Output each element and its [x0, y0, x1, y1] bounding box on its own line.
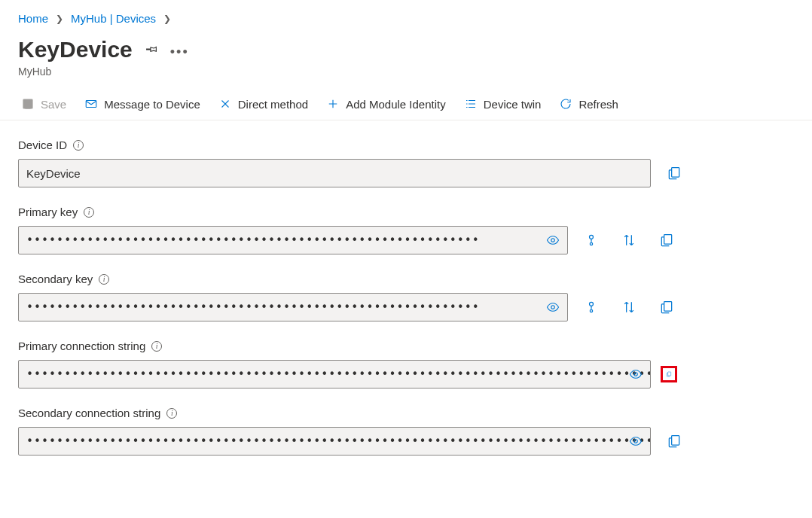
svg-point-10 [590, 309, 592, 312]
device-id-label: Device ID [18, 139, 67, 151]
svg-rect-13 [668, 372, 671, 376]
svg-rect-15 [672, 436, 679, 446]
svg-point-12 [634, 373, 638, 376]
regenerate-icon[interactable] [583, 232, 600, 248]
breadcrumb-hub[interactable]: MyHub | Devices [71, 12, 156, 25]
chevron-right-icon: ❯ [163, 14, 171, 24]
copy-icon[interactable] [666, 165, 682, 181]
svg-rect-3 [672, 168, 679, 178]
secondary-conn-input[interactable]: ••••••••••••••••••••••••••••••••••••••••… [18, 427, 651, 456]
regenerate-icon[interactable] [583, 299, 600, 315]
save-label: Save [41, 98, 66, 111]
page-subtitle: MyHub [0, 62, 812, 90]
primary-conn-label: Primary connection string [18, 340, 145, 352]
svg-point-6 [590, 242, 592, 245]
show-icon[interactable] [542, 230, 563, 251]
svg-point-9 [590, 302, 594, 306]
breadcrumb-home[interactable]: Home [18, 12, 48, 25]
swap-icon[interactable] [621, 299, 637, 315]
breadcrumb: Home ❯ MyHub | Devices ❯ [0, 0, 812, 31]
info-icon[interactable]: i [99, 274, 109, 285]
secondary-key-field: Secondary key i ••••••••••••••••••••••••… [18, 273, 794, 321]
info-icon[interactable]: i [151, 341, 162, 352]
info-icon[interactable]: i [73, 140, 84, 151]
svg-rect-2 [86, 101, 96, 108]
secondary-key-label: Secondary key [18, 273, 93, 285]
info-icon[interactable]: i [166, 408, 177, 419]
direct-label: Direct method [238, 98, 308, 111]
twin-label: Device twin [484, 98, 542, 111]
page-title: KeyDevice [18, 37, 133, 62]
primary-conn-input[interactable]: ••••••••••••••••••••••••••••••••••••••••… [18, 360, 651, 388]
pin-icon[interactable] [145, 42, 158, 58]
primary-key-input[interactable]: ••••••••••••••••••••••••••••••••••••••••… [18, 226, 568, 254]
chevron-right-icon: ❯ [56, 14, 63, 24]
swap-icon[interactable] [621, 232, 637, 248]
toolbar: Save Message to Device Direct method Add… [0, 90, 812, 120]
title-row: KeyDevice ••• [0, 31, 812, 62]
copy-icon[interactable] [658, 232, 675, 248]
message-label: Message to Device [104, 98, 200, 111]
form-area: Device ID i Primary key i ••••••••••••••… [0, 120, 812, 492]
primary-connection-string-field: Primary connection string i ••••••••••••… [18, 340, 794, 388]
copy-icon[interactable] [658, 299, 675, 315]
copy-icon[interactable] [666, 433, 682, 449]
primary-key-field: Primary key i ••••••••••••••••••••••••••… [18, 206, 794, 254]
svg-rect-1 [26, 105, 30, 108]
device-twin-button[interactable]: Device twin [464, 97, 542, 111]
direct-method-button[interactable]: Direct method [218, 97, 308, 111]
svg-point-5 [590, 235, 594, 239]
svg-point-14 [634, 440, 638, 443]
show-icon[interactable] [542, 297, 563, 318]
message-to-device-button[interactable]: Message to Device [84, 97, 200, 111]
addmodule-label: Add Module Identity [346, 98, 446, 111]
svg-rect-11 [664, 302, 672, 312]
secondary-connection-string-field: Secondary connection string i ••••••••••… [18, 407, 794, 456]
secondary-conn-label: Secondary connection string [18, 407, 160, 419]
save-button: Save [21, 97, 66, 111]
refresh-button[interactable]: Refresh [559, 97, 618, 111]
secondary-key-input[interactable]: ••••••••••••••••••••••••••••••••••••••••… [18, 293, 568, 321]
add-module-identity-button[interactable]: Add Module Identity [326, 97, 446, 111]
device-id-field: Device ID i [18, 139, 794, 187]
more-icon[interactable]: ••• [170, 44, 189, 60]
info-icon[interactable]: i [84, 207, 94, 218]
refresh-label: Refresh [578, 98, 618, 111]
primary-key-label: Primary key [18, 206, 78, 218]
svg-rect-7 [664, 235, 672, 245]
svg-point-4 [551, 239, 555, 242]
device-id-input[interactable] [18, 159, 651, 187]
copy-icon[interactable] [661, 366, 677, 382]
show-icon[interactable] [625, 364, 646, 385]
svg-point-8 [551, 306, 555, 309]
show-icon[interactable] [625, 431, 646, 452]
